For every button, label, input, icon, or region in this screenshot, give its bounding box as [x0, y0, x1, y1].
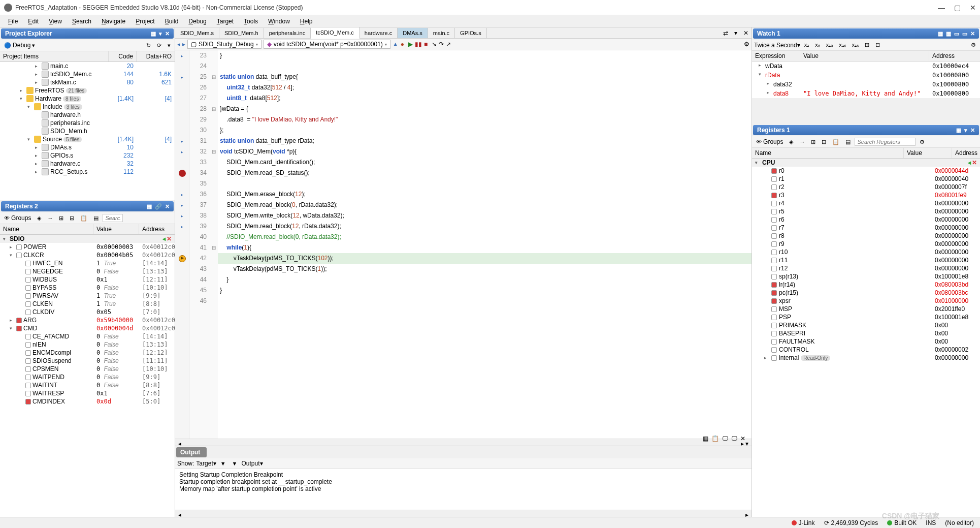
reg1-row[interactable]: PRIMASK0x00: [752, 321, 980, 329]
reg1-row[interactable]: r10x00000040: [752, 175, 980, 183]
reg1-gear[interactable]: ⚙: [918, 138, 927, 146]
tab-SDIO_Mem.s[interactable]: SDIO_Mem.s: [175, 28, 219, 38]
reg2-row[interactable]: CLKDIV0x05[7:0]: [0, 308, 175, 316]
pe-item[interactable]: ▸tcSDIO_Mem.c1441.6K: [0, 70, 175, 78]
pe-item[interactable]: ▾Hardware8 files[1.4K][4]: [0, 95, 175, 103]
menu-debug[interactable]: Debug: [184, 17, 210, 26]
watch1-list[interactable]: ▸wData0x10000ec4▾rData0x10000800▸data320…: [752, 61, 980, 98]
w1-t7[interactable]: ⊟: [873, 41, 882, 49]
tab-SDIO_Mem.h[interactable]: SDIO_Mem.h: [219, 28, 264, 38]
dbg-stop2[interactable]: ●: [401, 41, 404, 48]
reg2-row[interactable]: WAITPEND0 False[9:9]: [0, 373, 175, 381]
reg1-search[interactable]: [855, 138, 916, 146]
out-btn1[interactable]: ▦: [703, 435, 708, 442]
pe-layout-icon[interactable]: ▦: [151, 30, 156, 37]
reg1-groups[interactable]: 👁 Groups: [754, 137, 785, 146]
w1-t1[interactable]: x₂: [802, 41, 811, 49]
pe-item[interactable]: peripherals.inc: [0, 119, 175, 127]
reg1-row[interactable]: MSP0x2001ffe0: [752, 305, 980, 313]
pe-btn2[interactable]: ⟳: [155, 41, 164, 50]
watch-row[interactable]: ▾rData0x10000800: [752, 71, 980, 80]
reg1-row[interactable]: r70x00000000: [752, 224, 980, 232]
reg2-groups[interactable]: 👁 Groups: [2, 213, 33, 223]
reg2-row[interactable]: CMDINDEX0x0d[5:0]: [0, 397, 175, 406]
reg2-row[interactable]: ▾CMD0x0000004d0x40012c0: [0, 324, 175, 332]
reg1-layout-icon[interactable]: ▦: [956, 127, 961, 134]
close-button[interactable]: ✕: [970, 4, 976, 12]
tab-main.c[interactable]: main.c: [428, 28, 455, 38]
out-btn4[interactable]: 🖵: [731, 435, 737, 442]
pe-item[interactable]: hardware.h: [0, 111, 175, 119]
reg2-t1[interactable]: ◈: [35, 214, 43, 223]
tab-close[interactable]: ✕: [740, 28, 752, 38]
pe-item[interactable]: ▸FreeRTOS21 files: [0, 86, 175, 95]
reg2-row[interactable]: NEGEDGE0 False[13:13]: [0, 267, 175, 275]
dbg-stepinto[interactable]: ↘: [432, 41, 437, 48]
reg2-row[interactable]: WAITINT0 False[8:8]: [0, 381, 175, 389]
reg2-row[interactable]: nIEN0 False[13:13]: [0, 340, 175, 349]
code-editor[interactable]: ▸▸▸▸▸▸▸▸23242526272829303132333435363738…: [175, 50, 752, 439]
nav-back[interactable]: ◂: [177, 41, 180, 48]
reg1-row[interactable]: PSP0x100001e8: [752, 313, 980, 321]
reg1-close-icon[interactable]: ✕: [970, 127, 975, 134]
dbg-continue[interactable]: ▶: [408, 41, 413, 48]
menu-view[interactable]: View: [45, 17, 66, 26]
tab-GPIOs.s[interactable]: GPIOs.s: [455, 28, 487, 38]
dbg-pause[interactable]: ▮▮: [415, 41, 422, 48]
reg2-row[interactable]: ▸POWER0x000000030x40012c0: [0, 243, 175, 251]
reg1-row[interactable]: r40x00000000: [752, 199, 980, 207]
reg1-row[interactable]: r50x00000000: [752, 207, 980, 215]
pe-item[interactable]: ▸main.c20: [0, 62, 175, 70]
w1-i2[interactable]: ▦: [946, 30, 951, 37]
pe-item[interactable]: ▸tskMain.c80621: [0, 78, 175, 86]
reg1-row[interactable]: sp(r13)0x100001e8: [752, 272, 980, 281]
reg2-row[interactable]: SDIOSuspend0 False[11:11]: [0, 357, 175, 365]
menu-navigate[interactable]: Navigate: [97, 17, 129, 26]
pe-item[interactable]: ▸DMAs.s10: [0, 143, 175, 151]
output-show-dropdown[interactable]: Target▾: [196, 460, 216, 467]
reg2-t5[interactable]: 📋: [78, 214, 89, 223]
function-dropdown[interactable]: ◆void tcSDIO_Mem(void* p=0x00000001)▾: [264, 40, 390, 49]
reg1-row[interactable]: r30x08001fe9: [752, 191, 980, 199]
reg2-row[interactable]: CE_ATACMD0 False[14:14]: [0, 332, 175, 340]
reg2-search[interactable]: [103, 214, 123, 222]
out-btn2[interactable]: 📋: [711, 435, 719, 442]
reg2-list[interactable]: ▾SDIO◂✕▸POWER0x000000030x40012c0▾CLKCR0x…: [0, 235, 175, 517]
reg1-t2[interactable]: →: [797, 138, 807, 146]
w1-t3[interactable]: x₁₀: [824, 41, 835, 49]
out-btn3[interactable]: 🖵: [722, 435, 728, 442]
reg2-row[interactable]: ENCMDcompl0 False[12:12]: [0, 349, 175, 357]
reg1-row[interactable]: r110x00000000: [752, 256, 980, 264]
menu-target[interactable]: Target: [213, 17, 238, 26]
pe-item[interactable]: ▾Source5 files[1.4K][4]: [0, 135, 175, 143]
reg2-row[interactable]: ▾CLKCR0x00004b050x40012c0: [0, 251, 175, 259]
w1-i4[interactable]: ▭: [962, 30, 967, 37]
reg1-list[interactable]: ▾CPU◂✕r00x0000044dr10x00000040r20x000000…: [752, 159, 980, 517]
tab-hardware.c[interactable]: hardware.c: [360, 28, 398, 38]
out-t2[interactable]: ▼: [230, 459, 240, 468]
reg1-row[interactable]: r100x00000000: [752, 248, 980, 256]
reg1-row[interactable]: r90x00000000: [752, 240, 980, 248]
menu-help[interactable]: Help: [296, 17, 317, 26]
menu-project[interactable]: Project: [132, 17, 158, 26]
reg2-t2[interactable]: →: [45, 214, 55, 222]
status-ins[interactable]: INS: [926, 519, 936, 526]
w1-close[interactable]: ✕: [970, 30, 975, 37]
reg2-close-icon[interactable]: ✕: [165, 203, 170, 210]
dbg-stepout[interactable]: ↗: [446, 41, 451, 48]
reg1-t1[interactable]: ◈: [787, 138, 795, 146]
menu-tools[interactable]: Tools: [240, 17, 262, 26]
reg1-row[interactable]: FAULTMASK0x00: [752, 337, 980, 346]
out-close[interactable]: ✕: [740, 435, 745, 442]
output-text[interactable]: Setting Startup Completion BreakpointSta…: [175, 469, 752, 510]
nav-fwd[interactable]: ▸: [182, 41, 185, 48]
pe-item[interactable]: ▸RCC_Setup.s112: [0, 168, 175, 176]
pe-tree[interactable]: ▸main.c20▸tcSDIO_Mem.c1441.6K▸tskMain.c8…: [0, 62, 175, 200]
reg1-dd-icon[interactable]: ▾: [964, 127, 967, 134]
watch-row[interactable]: ▸wData0x10000ec4: [752, 61, 980, 71]
dbg-stepover[interactable]: ↷: [439, 41, 444, 48]
tab-sync[interactable]: ⇄: [720, 28, 731, 38]
status-jlink[interactable]: J-Link: [792, 519, 815, 526]
tab-DMAs.s[interactable]: DMAs.s: [398, 28, 428, 38]
reg2-row[interactable]: CPSMEN0 False[10:10]: [0, 365, 175, 373]
